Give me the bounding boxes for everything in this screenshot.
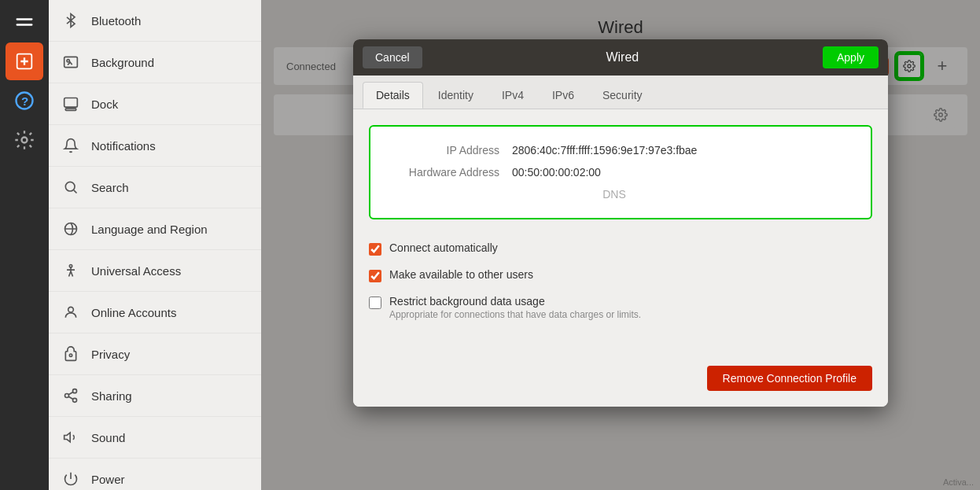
power-icon	[61, 470, 80, 488]
sharing-icon	[61, 386, 80, 405]
tab-identity[interactable]: Identity	[425, 82, 487, 109]
sidebar-item-dock[interactable]: Dock	[49, 83, 261, 125]
sidebar-item-power[interactable]: Power	[49, 459, 261, 490]
sidebar-item-sound-label: Sound	[91, 431, 125, 444]
svg-text:?: ?	[21, 94, 28, 108]
bell-icon	[61, 136, 80, 155]
sidebar-item-bluetooth-label: Bluetooth	[91, 14, 141, 28]
dialog-content: IP Address 2806:40c:7fff:ffff:1596:9e17:…	[353, 109, 888, 407]
sidebar-item-language-label: Language and Region	[91, 223, 208, 236]
language-icon	[61, 219, 80, 238]
remove-connection-button[interactable]: Remove Connection Profile	[707, 366, 872, 391]
sidebar-item-online-label: Online Accounts	[91, 306, 176, 319]
sidebar-item-notifications[interactable]: Notifications	[49, 125, 261, 167]
cancel-button[interactable]: Cancel	[363, 46, 422, 68]
svg-rect-1	[17, 24, 33, 25]
sidebar-item-sharing-label: Sharing	[91, 389, 132, 403]
activate-watermark: Activa...	[943, 477, 974, 487]
connect-auto-checkbox[interactable]	[369, 243, 381, 256]
universal-icon	[61, 261, 80, 280]
sidebar-item-background[interactable]: Background	[49, 42, 261, 83]
hw-address-value: 00:50:00:00:02:00	[512, 166, 601, 179]
sidebar-item-background-label: Background	[91, 56, 154, 69]
svg-point-10	[65, 182, 75, 191]
sidebar-item-sharing[interactable]: Sharing	[49, 375, 261, 417]
icon-bar: ?	[0, 0, 49, 490]
tab-security[interactable]: Security	[589, 82, 656, 109]
svg-point-5	[22, 138, 28, 143]
svg-rect-9	[65, 109, 76, 111]
settings-btn[interactable]	[6, 121, 43, 159]
sidebar-item-sound[interactable]: Sound	[49, 417, 261, 459]
sidebar-item-search-label: Search	[91, 181, 129, 194]
software-center-btn[interactable]	[6, 42, 43, 80]
svg-point-14	[69, 354, 72, 356]
tab-details[interactable]: Details	[363, 82, 423, 109]
connect-auto-row: Connect automatically	[369, 235, 872, 262]
dock-icon	[61, 94, 80, 113]
wired-dialog: Cancel Wired Apply Details Identity IPv4…	[353, 39, 888, 407]
ip-address-value: 2806:40c:7fff:ffff:1596:9e17:97e3:fbae	[512, 144, 697, 157]
privacy-icon	[61, 344, 80, 363]
svg-marker-18	[64, 433, 71, 442]
apply-button[interactable]: Apply	[823, 46, 879, 68]
online-icon	[61, 303, 80, 322]
network-info-box: IP Address 2806:40c:7fff:ffff:1596:9e17:…	[369, 125, 872, 219]
dialog-titlebar: Cancel Wired Apply	[353, 39, 888, 76]
sound-icon	[61, 428, 80, 447]
background-icon	[61, 53, 80, 72]
sidebar-item-online[interactable]: Online Accounts	[49, 292, 261, 333]
svg-point-16	[65, 394, 69, 398]
window-controls-btn[interactable]	[6, 3, 43, 41]
available-users-row: Make available to other users	[369, 262, 872, 289]
dialog-overlay: Cancel Wired Apply Details Identity IPv4…	[261, 0, 980, 490]
help-btn[interactable]: ?	[6, 82, 43, 120]
restrict-bg-row: Restrict background data usage Appropria…	[369, 289, 872, 326]
svg-point-17	[73, 398, 77, 402]
sidebar-item-privacy[interactable]: Privacy	[49, 333, 261, 375]
sidebar-item-bluetooth[interactable]: Bluetooth	[49, 0, 261, 42]
sidebar-item-universal-label: Universal Access	[91, 264, 181, 278]
main-content: Wired Connected ON + Cancel W	[261, 0, 980, 490]
available-users-label: Make available to other users	[389, 268, 533, 281]
sidebar-item-privacy-label: Privacy	[91, 348, 130, 361]
sidebar: Bluetooth Background Dock Notificat	[49, 0, 261, 490]
search-icon	[61, 178, 80, 197]
ip-address-row: IP Address 2806:40c:7fff:ffff:1596:9e17:…	[386, 139, 855, 161]
remove-section: Remove Connection Profile	[369, 350, 872, 391]
tab-ipv6[interactable]: IPv6	[539, 82, 588, 109]
dialog-title: Wired	[422, 50, 823, 64]
svg-point-12	[69, 265, 72, 267]
dns-row: DNS	[386, 183, 855, 205]
svg-rect-8	[64, 98, 78, 108]
sidebar-item-universal[interactable]: Universal Access	[49, 250, 261, 292]
sidebar-item-power-label: Power	[91, 473, 125, 486]
sidebar-item-language[interactable]: Language and Region	[49, 208, 261, 250]
svg-rect-0	[17, 18, 33, 20]
sidebar-item-notifications-label: Notifications	[91, 139, 156, 153]
svg-point-7	[67, 60, 69, 62]
tab-ipv4[interactable]: IPv4	[488, 82, 537, 109]
svg-point-13	[68, 307, 74, 312]
dialog-tabs: Details Identity IPv4 IPv6 Security	[353, 76, 888, 109]
hw-address-label: Hardware Address	[386, 166, 512, 179]
ip-address-label: IP Address	[386, 144, 512, 157]
restrict-bg-checkbox[interactable]	[369, 297, 381, 309]
sidebar-item-dock-label: Dock	[91, 98, 118, 111]
dns-label: DNS	[386, 188, 855, 201]
bluetooth-icon	[61, 11, 80, 30]
restrict-bg-sublabel: Appropriate for connections that have da…	[389, 309, 641, 320]
restrict-bg-label: Restrict background data usage	[389, 295, 641, 308]
svg-point-15	[73, 389, 77, 393]
sidebar-item-search[interactable]: Search	[49, 167, 261, 208]
hw-address-row: Hardware Address 00:50:00:00:02:00	[386, 161, 855, 183]
available-users-checkbox[interactable]	[369, 270, 381, 282]
connect-auto-label: Connect automatically	[389, 241, 498, 254]
